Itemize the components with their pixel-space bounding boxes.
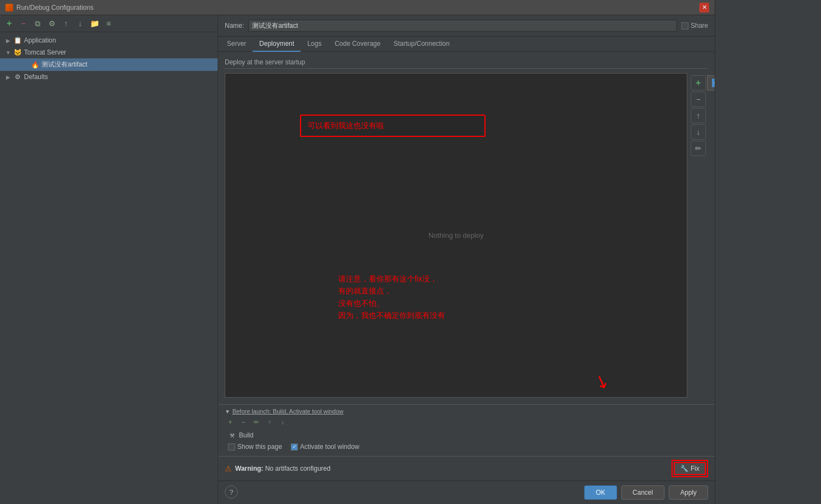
ok-button[interactable]: OK <box>584 485 616 500</box>
deployment-content: Deploy at the server startup Nothing to … <box>218 52 715 404</box>
deploy-at-startup-label: Deploy at the server startup <box>225 58 708 69</box>
warning-bold: Warning: <box>235 465 263 472</box>
activate-tool-checkbox-item[interactable]: ✓ Activate tool window <box>291 443 359 451</box>
folder-config-button[interactable]: 📁 <box>88 17 100 29</box>
share-label: Share <box>691 22 708 29</box>
icon-application: 📋 <box>13 36 22 45</box>
tab-deployment[interactable]: Deployment <box>253 37 301 52</box>
tab-logs[interactable]: Logs <box>301 37 328 52</box>
bl-add-button[interactable]: + <box>225 417 236 428</box>
ext-source-icon: ⊞ <box>712 79 715 87</box>
bl-down-button[interactable]: ↓ <box>277 417 288 428</box>
name-input[interactable] <box>248 20 677 32</box>
fix-label: Fix <box>691 465 699 472</box>
down-deploy-button[interactable]: ↓ <box>691 124 706 140</box>
tabs-row: Server Deployment Logs Code Coverage Sta… <box>218 37 715 52</box>
config-toolbar: + − ⧉ ⚙ ↑ ↓ 📁 ≡ <box>0 15 218 32</box>
fix-border-box: 🔧 Fix <box>672 460 708 477</box>
up-deploy-button[interactable]: ↑ <box>691 108 706 123</box>
cancel-button[interactable]: Cancel <box>621 485 664 500</box>
arrow-defaults: ▶ <box>4 73 12 81</box>
svg-text:⊞: ⊞ <box>714 81 715 86</box>
add-deploy-wrapper: + ⊞ External Source... <box>691 75 707 91</box>
external-source-dropdown: ⊞ External Source... <box>707 75 715 91</box>
close-button[interactable]: ✕ <box>699 3 709 13</box>
label-defaults: Defaults <box>24 73 48 81</box>
annotation-text-1: 可以看到我这也没有啦 <box>308 121 384 130</box>
before-launch-toolbar: + − ✏ ↑ ↓ <box>225 417 708 428</box>
before-launch-label: Before launch: Build, Activate tool wind… <box>232 408 344 415</box>
bl-remove-button[interactable]: − <box>238 417 249 428</box>
dialog-icon <box>5 4 13 11</box>
run-debug-dialog: Run/Debug Configurations ✕ + − ⧉ ⚙ ↑ ↓ 📁… <box>0 0 715 504</box>
tree-item-defaults[interactable]: ▶ ⚙ Defaults <box>0 71 218 83</box>
show-page-checkbox-item[interactable]: Show this page <box>228 443 282 451</box>
warning-icon: ⚠ <box>225 464 232 473</box>
name-row: Name: Share <box>218 15 715 37</box>
fix-icon: 🔧 <box>680 465 688 472</box>
label-application: Application <box>24 37 56 44</box>
activate-tool-checkbox[interactable]: ✓ <box>291 443 298 451</box>
arrow-tomcat: ▼ <box>4 49 12 56</box>
copy-config-button[interactable]: ⧉ <box>32 17 44 29</box>
arrow-artifact <box>22 61 29 69</box>
build-icon: ⚒ <box>228 431 236 439</box>
icon-defaults: ⚙ <box>13 73 22 81</box>
tab-startup[interactable]: Startup/Connection <box>387 37 456 52</box>
icon-artifact: 🔥 <box>31 61 39 69</box>
share-row: Share <box>681 22 708 29</box>
apply-button[interactable]: Apply <box>669 485 708 500</box>
activate-tool-label: Activate tool window <box>300 443 359 451</box>
dialog-title: Run/Debug Configurations <box>16 4 93 11</box>
checkboxes-row: Show this page ✓ Activate tool window <box>225 441 708 453</box>
tab-server[interactable]: Server <box>220 37 253 52</box>
tree-item-artifact[interactable]: 🔥 测试没有artifact <box>0 58 218 71</box>
nothing-to-deploy-label: Nothing to deploy <box>428 231 483 239</box>
right-panel: Name: Share Server Deployment Logs Code … <box>218 15 715 504</box>
label-tomcat: Tomcat Server <box>24 49 66 56</box>
annotation-text-2: 请注意，看你那有这个fix没，有的就直接点，没有也不怕。因为，我也不确定你到底有… <box>338 273 445 322</box>
edit-deploy-button[interactable]: ✏ <box>691 141 706 156</box>
add-deploy-button[interactable]: + <box>691 75 706 91</box>
warning-text: Warning: No artifacts configured <box>235 465 668 472</box>
remove-deploy-button[interactable]: − <box>691 92 706 107</box>
build-item: ⚒ Build <box>225 430 708 441</box>
build-label: Build <box>239 431 254 439</box>
name-label: Name: <box>225 22 244 29</box>
tree-item-application[interactable]: ▶ 📋 Application <box>0 34 218 46</box>
icon-tomcat: 🐱 <box>13 48 22 57</box>
arrow-application: ▶ <box>4 37 12 44</box>
remove-config-button[interactable]: − <box>17 17 29 29</box>
warning-bar: ⚠ Warning: No artifacts configured 🔧 Fix <box>218 456 715 481</box>
fix-button[interactable]: 🔧 Fix <box>674 462 706 475</box>
right-side-panel <box>715 0 821 504</box>
up-config-button[interactable]: ↑ <box>60 17 72 29</box>
annotation-box-1: 可以看到我这也没有啦 <box>300 115 486 137</box>
warning-rest: No artifacts configured <box>265 465 331 472</box>
bl-up-button[interactable]: ↑ <box>264 417 275 428</box>
down-config-button[interactable]: ↓ <box>74 17 86 29</box>
left-panel: + − ⧉ ⚙ ↑ ↓ 📁 ≡ ▶ 📋 Application ▼ 🐱 <box>0 15 218 504</box>
add-config-button[interactable]: + <box>3 17 15 29</box>
help-button[interactable]: ? <box>225 485 238 499</box>
label-artifact: 测试没有artifact <box>41 60 87 69</box>
deploy-side-toolbar: + ⊞ External Source... <box>690 73 708 158</box>
before-launch-section: ▼ Before launch: Build, Activate tool wi… <box>218 404 715 456</box>
settings-config-button[interactable]: ⚙ <box>46 17 58 29</box>
external-source-item[interactable]: ⊞ External Source... <box>708 76 715 90</box>
bl-edit-button[interactable]: ✏ <box>251 417 262 428</box>
tree-item-tomcat[interactable]: ▼ 🐱 Tomcat Server <box>0 46 218 58</box>
show-page-label: Show this page <box>237 443 282 451</box>
sort-config-button[interactable]: ≡ <box>103 17 115 29</box>
config-tree: ▶ 📋 Application ▼ 🐱 Tomcat Server 🔥 测试没有… <box>0 32 218 504</box>
dialog-body: + − ⧉ ⚙ ↑ ↓ 📁 ≡ ▶ 📋 Application ▼ 🐱 <box>0 15 715 504</box>
before-launch-header: ▼ Before launch: Build, Activate tool wi… <box>225 408 708 415</box>
show-page-checkbox[interactable] <box>228 443 235 451</box>
dialog-titlebar: Run/Debug Configurations ✕ <box>0 0 715 15</box>
tab-code-coverage[interactable]: Code Coverage <box>328 37 387 52</box>
before-launch-toggle[interactable]: ▼ <box>225 409 230 415</box>
share-checkbox[interactable] <box>681 22 688 29</box>
bottom-buttons: ? OK Cancel Apply <box>218 481 715 504</box>
annotation-box-2: 请注意，看你那有这个fix没，有的就直接点，没有也不怕。因为，我也不确定你到底有… <box>338 273 445 322</box>
